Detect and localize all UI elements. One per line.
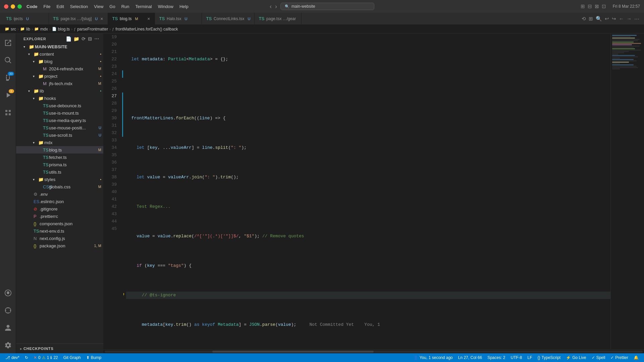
status-sync[interactable]: ↻	[22, 353, 31, 362]
code-editor[interactable]: let metadata: Partial<Metadata> = {}; fr…	[123, 34, 610, 349]
sidebar-project-root[interactable]: ▾ 📁 MAIN-WEBSITE	[16, 43, 103, 50]
breadcrumb-blog-ts[interactable]: blog.ts	[58, 27, 70, 32]
bulb-icon[interactable]: 💡	[123, 292, 125, 299]
status-language[interactable]: {} TypeScript	[535, 353, 564, 362]
activity-accounts[interactable]	[0, 320, 16, 336]
breadcrumb-src[interactable]: src	[11, 27, 16, 32]
layout-icon-3[interactable]: ⊠	[595, 3, 599, 9]
tab-connect-links[interactable]: TS ConnectLinks.tsx U	[202, 13, 255, 25]
status-bump[interactable]: ⬆ Bump	[84, 353, 104, 362]
sidebar-item-2024-refresh[interactable]: ▸ M 2024-refresh.mdx M	[16, 65, 103, 72]
collapse-all-icon[interactable]: ⊟	[88, 36, 92, 42]
tab-blog-ts[interactable]: TS blog.ts M ×	[108, 13, 155, 25]
status-encoding[interactable]: UTF-8	[508, 353, 525, 362]
activity-explorer[interactable]	[0, 35, 16, 51]
sidebar-item-hooks[interactable]: ▾ 📁 hooks	[16, 95, 103, 102]
checkpoints-header[interactable]: ▸ CHECKPOINTS	[16, 345, 103, 352]
sidebar-item-gitignore[interactable]: ▸ ⊘ .gitignore	[16, 205, 103, 213]
sidebar-item-package-json[interactable]: ▸ {} package.json 1, M	[16, 242, 103, 249]
status-spell[interactable]: ✓ Spell	[589, 353, 608, 362]
maximize-button[interactable]	[17, 4, 22, 9]
sidebar-item-content[interactable]: ▾ 📁 content •	[16, 50, 103, 58]
status-branch[interactable]: ⎇ dev*	[3, 353, 22, 362]
sidebar-item-mdx-folder[interactable]: ▾ 📁 mdx	[16, 139, 103, 146]
activity-remote[interactable]	[0, 302, 16, 318]
menu-edit[interactable]: Edit	[56, 4, 64, 9]
status-author[interactable]: 👤 You, 1 second ago	[411, 353, 455, 362]
breadcrumb-foreach[interactable]: frontMatterLines.forEach() callback	[115, 27, 178, 32]
sidebar-item-globals-css[interactable]: ▸ CSS globals.css M	[16, 183, 103, 190]
undo-icon[interactable]: ↩	[605, 16, 609, 22]
menu-view[interactable]: View	[94, 4, 103, 9]
sidebar-item-project-folder[interactable]: ▾ 📁 project •	[16, 72, 103, 80]
sidebar-item-utils[interactable]: ▸ TS utils.ts	[16, 168, 103, 176]
sidebar-item-use-scroll[interactable]: ▸ TS use-scroll.ts U	[16, 131, 103, 139]
sidebar-item-use-is-mount[interactable]: ▸ TS use-is-mount.ts	[16, 109, 103, 117]
tab-close-2[interactable]: ×	[100, 16, 104, 22]
status-position[interactable]: Ln 27, Col 66	[455, 353, 485, 362]
activity-search[interactable]	[0, 52, 16, 68]
sidebar-item-fetcher[interactable]: ▸ TS fetcher.ts	[16, 154, 103, 161]
refresh-icon[interactable]: ⟳	[82, 36, 86, 42]
activity-settings[interactable]	[0, 337, 16, 353]
status-spaces[interactable]: Spaces: 2	[485, 353, 508, 362]
sidebar-item-styles[interactable]: ▾ 📁 styles •	[16, 176, 103, 183]
sidebar-item-use-mouse-position[interactable]: ▸ TS use-mouse-positi... U	[16, 124, 103, 131]
breadcrumb-parsefrontmatter[interactable]: parseFrontmatter	[77, 27, 108, 32]
sidebar-item-components-json[interactable]: ▸ {} components.json	[16, 220, 103, 227]
tab-page-gear[interactable]: TS page.tsx …/gear	[255, 13, 302, 25]
sidebar-item-eslint[interactable]: ▸ ES .eslintrc.json	[16, 198, 103, 205]
menu-terminal[interactable]: Terminal	[136, 4, 152, 9]
activity-run[interactable]: 2	[0, 87, 16, 103]
nav-back-button[interactable]: ‹	[270, 3, 272, 10]
split-editor-icon[interactable]: ⊞	[589, 16, 593, 22]
history-icon[interactable]: ⟲	[582, 16, 586, 22]
more-actions-icon[interactable]: ⋯	[634, 16, 639, 22]
menu-window[interactable]: Window	[158, 4, 173, 9]
traffic-lights[interactable]	[4, 4, 22, 9]
menu-run[interactable]: Run	[121, 4, 129, 9]
next-change-icon[interactable]: →	[627, 16, 632, 21]
scrollbar-track[interactable]	[105, 351, 643, 353]
sidebar-item-blog-folder[interactable]: ▾ 📁 blog •	[16, 58, 103, 65]
status-line-ending[interactable]: LF	[525, 353, 535, 362]
layout-icon-4[interactable]: ⊡	[602, 3, 606, 9]
new-folder-icon[interactable]: 📁	[73, 36, 79, 42]
menu-selection[interactable]: Selection	[70, 4, 88, 9]
status-errors[interactable]: ✕ 0 ⚠ 1 ℹ 22	[31, 353, 61, 362]
tab-close-3[interactable]: ×	[147, 16, 151, 22]
status-prettier[interactable]: ✓ Prettier	[608, 353, 631, 362]
tab-ijects[interactable]: TS ijects U	[2, 13, 49, 25]
activity-copilot[interactable]	[0, 285, 16, 301]
close-button[interactable]	[4, 4, 8, 9]
activity-extensions[interactable]	[0, 105, 16, 121]
breadcrumb-mdx[interactable]: mdx	[40, 27, 48, 32]
menu-go[interactable]: Go	[109, 4, 115, 9]
menu-help[interactable]: Help	[179, 4, 189, 9]
sidebar-item-jfs-tech[interactable]: ▸ M jfs-tech.mdx M	[16, 80, 103, 87]
activity-source-control[interactable]: 33	[0, 70, 16, 86]
sidebar-item-next-env[interactable]: ▸ TS next-env.d.ts	[16, 227, 103, 235]
menu-code[interactable]: Code	[26, 4, 38, 9]
sidebar-item-lib[interactable]: ▾ 📁 lib •	[16, 87, 103, 95]
more-icon[interactable]: ⋯	[94, 36, 99, 42]
prev-change-icon[interactable]: ←	[619, 16, 624, 21]
tab-halo-tsx[interactable]: TS Halo.tsx U	[155, 13, 202, 25]
search-replace-icon[interactable]: 🔍	[596, 16, 602, 22]
search-bar[interactable]: 🔍 main-website	[280, 3, 374, 10]
sidebar-item-prettierrc[interactable]: ▸ P .prettierrc	[16, 213, 103, 220]
sidebar-item-use-debounce[interactable]: ▸ TS use-debounce.ts	[16, 102, 103, 109]
status-notifications[interactable]: 🔔	[631, 353, 641, 362]
sidebar-item-env[interactable]: ▸ ⚙ .env	[16, 190, 103, 198]
sidebar-item-blog-ts[interactable]: ▸ TS blog.ts M	[16, 146, 103, 154]
layout-icon-1[interactable]: ⊞	[581, 3, 585, 9]
redo-icon[interactable]: ↪	[612, 16, 616, 22]
nav-forward-button[interactable]: ›	[275, 3, 277, 10]
status-git-graph[interactable]: Git Graph	[61, 353, 84, 362]
editor-scrollbar[interactable]	[103, 349, 644, 353]
sidebar-item-use-media-query[interactable]: ▸ TS use-media-query.ts	[16, 117, 103, 124]
tab-page-slug[interactable]: TS page.tsx …/[slug] U ×	[49, 13, 108, 25]
new-file-icon[interactable]: 📄	[66, 36, 72, 42]
breadcrumb-lib[interactable]: lib	[26, 27, 30, 32]
layout-icon-2[interactable]: ⊟	[588, 3, 592, 9]
